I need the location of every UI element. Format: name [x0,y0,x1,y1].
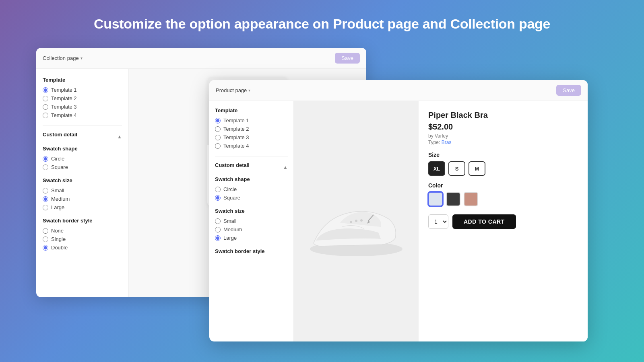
shoe-illustration-large [302,183,411,263]
product-panel: Product page ▾ Save Template Template 1 … [209,80,588,341]
prod-template-4-option[interactable]: Template 4 [215,143,288,149]
product-color-blue[interactable] [428,192,443,206]
small-size-option[interactable]: Small [43,187,122,193]
border-none-radio[interactable] [43,228,48,234]
prod-template-2-option[interactable]: Template 2 [215,126,288,132]
prod-template-1-option[interactable]: Template 1 [215,117,288,123]
template-2-radio[interactable] [43,96,48,101]
product-color-black[interactable] [446,192,460,206]
product-color-pink[interactable] [464,192,478,206]
prod-medium-size-label: Medium [223,226,242,232]
prod-large-size-radio[interactable] [215,235,221,241]
prod-circle-shape-label: Circle [223,186,237,192]
custom-detail-label: Custom detail [43,132,77,138]
template-2-option[interactable]: Template 2 [43,95,122,101]
prod-template-3-radio[interactable] [215,135,221,140]
product-size-s[interactable]: S [448,161,465,176]
prod-template-1-radio[interactable] [215,118,221,123]
template-3-radio[interactable] [43,104,48,110]
template-radio-group: Template 1 Template 2 Template 3 Templat… [43,87,122,118]
border-radio-group: None Single Double [43,228,122,251]
medium-size-radio[interactable] [43,196,48,202]
product-price-large: $52.00 [428,122,578,132]
prod-expand-icon[interactable]: ▲ [283,165,288,170]
square-shape-label: Square [51,164,68,170]
prod-large-size-option[interactable]: Large [215,235,288,241]
prod-template-radio-group: Template 1 Template 2 Template 3 Templat… [215,117,288,149]
prod-circle-shape-option[interactable]: Circle [215,186,288,192]
prod-custom-detail-label: Custom detail [215,162,250,168]
prod-small-size-radio[interactable] [215,218,221,224]
expand-icon[interactable]: ▲ [117,134,122,140]
template-4-radio[interactable] [43,113,48,118]
small-size-radio[interactable] [43,188,48,193]
prod-shape-radio-group: Circle Square [215,186,288,201]
large-size-label: Large [51,204,64,210]
prod-template-4-label: Template 4 [223,143,249,149]
product-preview-image [294,101,419,341]
border-single-radio[interactable] [43,237,48,242]
square-shape-option[interactable]: Square [43,164,122,170]
prod-medium-size-radio[interactable] [215,227,221,232]
prod-swatch-size-title: Swatch size [215,208,288,214]
product-color-label: Color [428,182,578,189]
template-1-option[interactable]: Template 1 [43,87,122,93]
prod-small-size-label: Small [223,218,237,224]
prod-swatch-shape-title: Swatch shape [215,176,288,182]
product-page-tab[interactable]: Product page ▾ [216,87,250,93]
collection-save-button[interactable]: Save [335,53,360,64]
prod-large-size-label: Large [223,235,237,241]
product-details-panel: Piper Black Bra $52.00 by Varley Type: B… [419,101,588,341]
medium-size-option[interactable]: Medium [43,196,122,202]
product-size-xl[interactable]: XL [428,161,445,176]
circle-shape-label: Circle [51,156,64,162]
prod-template-3-option[interactable]: Template 3 [215,134,288,140]
panels-container: Collection page ▾ Save Template Template… [24,48,620,329]
custom-detail-row: Custom detail ▲ [43,132,122,142]
border-double-radio[interactable] [43,245,48,251]
circle-shape-option[interactable]: Circle [43,156,122,162]
circle-shape-radio[interactable] [43,156,48,162]
product-type-link[interactable]: Bras [442,140,452,145]
prod-square-shape-radio[interactable] [215,195,221,201]
prod-template-2-radio[interactable] [215,126,221,132]
size-radio-group: Small Medium Large [43,187,122,210]
large-size-radio[interactable] [43,205,48,210]
border-double-option[interactable]: Double [43,245,122,251]
collection-panel-header: Collection page ▾ Save [36,48,366,69]
prod-circle-shape-radio[interactable] [215,187,221,192]
template-1-label: Template 1 [51,87,77,93]
border-double-label: Double [51,245,68,251]
template-1-radio[interactable] [43,87,48,93]
border-single-option[interactable]: Single [43,236,122,242]
prod-small-size-option[interactable]: Small [215,218,288,224]
square-shape-radio[interactable] [43,165,48,170]
product-size-m[interactable]: M [469,161,485,176]
prod-swatch-border-title: Swatch border style [215,248,288,254]
template-3-option[interactable]: Template 3 [43,104,122,110]
small-size-label: Small [51,187,64,193]
prod-square-shape-option[interactable]: Square [215,195,288,201]
prod-custom-detail-row: Custom detail ▲ [215,162,288,172]
product-type: Type: Bras [428,140,578,145]
large-size-option[interactable]: Large [43,204,122,210]
product-color-swatches [428,192,578,206]
shape-radio-group: Circle Square [43,156,122,170]
border-single-label: Single [51,236,66,242]
prod-template-3-label: Template 3 [223,134,249,140]
prod-template-4-radio[interactable] [215,143,221,149]
template-4-option[interactable]: Template 4 [43,112,122,118]
add-to-cart-button[interactable]: ADD TO CART [452,214,516,229]
prod-medium-size-option[interactable]: Medium [215,226,288,232]
template-2-label: Template 2 [51,95,77,101]
collection-page-tab[interactable]: Collection page ▾ [43,55,83,61]
add-to-cart-row: 1 2 3 ADD TO CART [428,214,578,229]
border-none-option[interactable]: None [43,228,122,234]
collection-page-label: Collection page [43,55,79,61]
swatch-size-title: Swatch size [43,177,122,183]
product-save-button[interactable]: Save [556,85,581,96]
swatch-shape-title: Swatch shape [43,146,122,152]
svg-point-5 [355,220,357,222]
product-type-label: Type: [428,140,440,145]
quantity-select[interactable]: 1 2 3 [428,214,448,229]
